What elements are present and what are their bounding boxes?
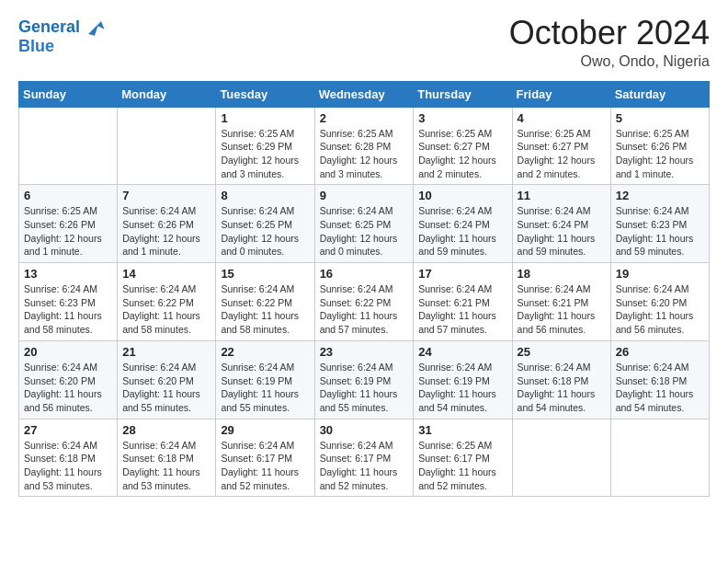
day-info: Sunrise: 6:24 AM Sunset: 6:20 PM Dayligh… bbox=[616, 282, 704, 337]
logo-text: General bbox=[18, 18, 80, 37]
calendar-cell: 1Sunrise: 6:25 AM Sunset: 6:29 PM Daylig… bbox=[216, 107, 314, 185]
day-number: 11 bbox=[518, 189, 606, 202]
day-number: 13 bbox=[24, 267, 112, 281]
day-info: Sunrise: 6:24 AM Sunset: 6:24 PM Dayligh… bbox=[518, 204, 606, 259]
day-number: 22 bbox=[221, 345, 309, 359]
weekday-header-monday: Monday bbox=[118, 81, 216, 107]
day-info: Sunrise: 6:24 AM Sunset: 6:18 PM Dayligh… bbox=[616, 361, 704, 415]
day-number: 10 bbox=[418, 189, 506, 202]
day-info: Sunrise: 6:25 AM Sunset: 6:26 PM Dayligh… bbox=[616, 127, 704, 181]
calendar-cell: 22Sunrise: 6:24 AM Sunset: 6:19 PM Dayli… bbox=[216, 340, 314, 419]
calendar-cell: 17Sunrise: 6:24 AM Sunset: 6:21 PM Dayli… bbox=[414, 263, 512, 341]
day-info: Sunrise: 6:24 AM Sunset: 6:18 PM Dayligh… bbox=[24, 439, 112, 493]
weekday-header-friday: Friday bbox=[512, 81, 610, 107]
weekday-header-row: SundayMondayTuesdayWednesdayThursdayFrid… bbox=[19, 81, 710, 107]
calendar-cell: 18Sunrise: 6:24 AM Sunset: 6:21 PM Dayli… bbox=[512, 263, 610, 341]
day-number: 20 bbox=[24, 345, 112, 359]
day-info: Sunrise: 6:24 AM Sunset: 6:25 PM Dayligh… bbox=[221, 204, 309, 259]
calendar-cell: 13Sunrise: 6:24 AM Sunset: 6:23 PM Dayli… bbox=[19, 263, 118, 341]
day-number: 29 bbox=[221, 423, 309, 437]
weekday-header-saturday: Saturday bbox=[610, 81, 709, 107]
day-number: 7 bbox=[122, 189, 210, 202]
day-info: Sunrise: 6:24 AM Sunset: 6:23 PM Dayligh… bbox=[616, 204, 704, 259]
logo-blue: Blue bbox=[18, 37, 54, 56]
week-row-3: 13Sunrise: 6:24 AM Sunset: 6:23 PM Dayli… bbox=[19, 263, 710, 341]
day-number: 17 bbox=[418, 267, 506, 281]
calendar-cell: 2Sunrise: 6:25 AM Sunset: 6:28 PM Daylig… bbox=[314, 107, 414, 185]
calendar-cell: 11Sunrise: 6:24 AM Sunset: 6:24 PM Dayli… bbox=[512, 185, 610, 263]
day-info: Sunrise: 6:24 AM Sunset: 6:25 PM Dayligh… bbox=[320, 204, 409, 259]
month-title: October 2024 bbox=[509, 15, 710, 52]
day-number: 28 bbox=[122, 423, 210, 437]
calendar-cell: 8Sunrise: 6:24 AM Sunset: 6:25 PM Daylig… bbox=[216, 185, 314, 263]
day-info: Sunrise: 6:25 AM Sunset: 6:29 PM Dayligh… bbox=[221, 127, 309, 181]
calendar-cell bbox=[610, 419, 709, 497]
calendar-cell: 15Sunrise: 6:24 AM Sunset: 6:22 PM Dayli… bbox=[216, 263, 314, 341]
calendar-cell: 21Sunrise: 6:24 AM Sunset: 6:20 PM Dayli… bbox=[118, 340, 216, 419]
day-number: 19 bbox=[616, 267, 704, 281]
day-info: Sunrise: 6:25 AM Sunset: 6:27 PM Dayligh… bbox=[418, 127, 506, 181]
day-info: Sunrise: 6:24 AM Sunset: 6:19 PM Dayligh… bbox=[418, 361, 506, 415]
calendar-cell: 19Sunrise: 6:24 AM Sunset: 6:20 PM Dayli… bbox=[610, 263, 709, 341]
calendar-cell: 30Sunrise: 6:24 AM Sunset: 6:17 PM Dayli… bbox=[314, 419, 414, 497]
calendar-cell bbox=[512, 419, 610, 497]
calendar-cell: 23Sunrise: 6:24 AM Sunset: 6:19 PM Dayli… bbox=[314, 340, 414, 419]
day-info: Sunrise: 6:24 AM Sunset: 6:22 PM Dayligh… bbox=[122, 282, 210, 337]
day-info: Sunrise: 6:24 AM Sunset: 6:18 PM Dayligh… bbox=[518, 361, 606, 415]
day-number: 24 bbox=[418, 345, 506, 359]
day-number: 9 bbox=[320, 189, 409, 202]
title-block: October 2024 Owo, Ondo, Nigeria bbox=[509, 15, 710, 70]
location: Owo, Ondo, Nigeria bbox=[509, 53, 710, 70]
day-number: 4 bbox=[518, 111, 606, 125]
day-number: 25 bbox=[518, 345, 606, 359]
calendar-cell: 20Sunrise: 6:24 AM Sunset: 6:20 PM Dayli… bbox=[19, 340, 118, 419]
calendar-cell: 5Sunrise: 6:25 AM Sunset: 6:26 PM Daylig… bbox=[610, 107, 709, 185]
day-number: 30 bbox=[320, 423, 409, 437]
day-info: Sunrise: 6:24 AM Sunset: 6:20 PM Dayligh… bbox=[122, 361, 210, 415]
calendar-cell: 27Sunrise: 6:24 AM Sunset: 6:18 PM Dayli… bbox=[19, 419, 118, 497]
day-number: 23 bbox=[320, 345, 409, 359]
calendar-cell: 25Sunrise: 6:24 AM Sunset: 6:18 PM Dayli… bbox=[512, 340, 610, 419]
day-number: 12 bbox=[616, 189, 704, 202]
weekday-header-sunday: Sunday bbox=[19, 81, 118, 107]
calendar-cell: 31Sunrise: 6:25 AM Sunset: 6:17 PM Dayli… bbox=[414, 419, 512, 497]
calendar-cell: 16Sunrise: 6:24 AM Sunset: 6:22 PM Dayli… bbox=[314, 263, 414, 341]
day-info: Sunrise: 6:24 AM Sunset: 6:17 PM Dayligh… bbox=[320, 439, 409, 493]
logo: General Blue bbox=[18, 15, 108, 56]
day-info: Sunrise: 6:24 AM Sunset: 6:17 PM Dayligh… bbox=[221, 439, 309, 493]
day-info: Sunrise: 6:24 AM Sunset: 6:24 PM Dayligh… bbox=[418, 204, 506, 259]
weekday-header-wednesday: Wednesday bbox=[314, 81, 414, 107]
day-info: Sunrise: 6:24 AM Sunset: 6:21 PM Dayligh… bbox=[518, 282, 606, 337]
calendar-cell: 6Sunrise: 6:25 AM Sunset: 6:26 PM Daylig… bbox=[19, 185, 118, 263]
day-number: 16 bbox=[320, 267, 409, 281]
calendar-cell: 3Sunrise: 6:25 AM Sunset: 6:27 PM Daylig… bbox=[414, 107, 512, 185]
day-number: 18 bbox=[518, 267, 606, 281]
calendar-cell bbox=[118, 107, 216, 185]
day-number: 2 bbox=[320, 111, 409, 125]
calendar-cell: 28Sunrise: 6:24 AM Sunset: 6:18 PM Dayli… bbox=[118, 419, 216, 497]
week-row-4: 20Sunrise: 6:24 AM Sunset: 6:20 PM Dayli… bbox=[19, 340, 710, 419]
day-number: 6 bbox=[24, 189, 112, 202]
day-info: Sunrise: 6:24 AM Sunset: 6:23 PM Dayligh… bbox=[24, 282, 112, 337]
day-number: 3 bbox=[418, 111, 506, 125]
day-info: Sunrise: 6:24 AM Sunset: 6:22 PM Dayligh… bbox=[320, 282, 409, 337]
day-number: 26 bbox=[616, 345, 704, 359]
calendar-cell: 29Sunrise: 6:24 AM Sunset: 6:17 PM Dayli… bbox=[216, 419, 314, 497]
day-info: Sunrise: 6:25 AM Sunset: 6:17 PM Dayligh… bbox=[418, 439, 506, 493]
day-info: Sunrise: 6:24 AM Sunset: 6:19 PM Dayligh… bbox=[320, 361, 409, 415]
logo-icon bbox=[82, 15, 108, 40]
day-number: 31 bbox=[418, 423, 506, 437]
day-number: 14 bbox=[122, 267, 210, 281]
day-info: Sunrise: 6:24 AM Sunset: 6:21 PM Dayligh… bbox=[418, 282, 506, 337]
weekday-header-tuesday: Tuesday bbox=[216, 81, 314, 107]
day-info: Sunrise: 6:24 AM Sunset: 6:19 PM Dayligh… bbox=[221, 361, 309, 415]
header: General Blue October 2024 Owo, Ondo, Nig… bbox=[18, 15, 710, 70]
day-info: Sunrise: 6:24 AM Sunset: 6:26 PM Dayligh… bbox=[122, 204, 210, 259]
day-number: 15 bbox=[221, 267, 309, 281]
calendar-table: SundayMondayTuesdayWednesdayThursdayFrid… bbox=[18, 81, 710, 498]
calendar-cell: 26Sunrise: 6:24 AM Sunset: 6:18 PM Dayli… bbox=[610, 340, 709, 419]
svg-marker-0 bbox=[88, 21, 105, 36]
weekday-header-thursday: Thursday bbox=[414, 81, 512, 107]
calendar-cell: 9Sunrise: 6:24 AM Sunset: 6:25 PM Daylig… bbox=[314, 185, 414, 263]
calendar-cell bbox=[19, 107, 118, 185]
